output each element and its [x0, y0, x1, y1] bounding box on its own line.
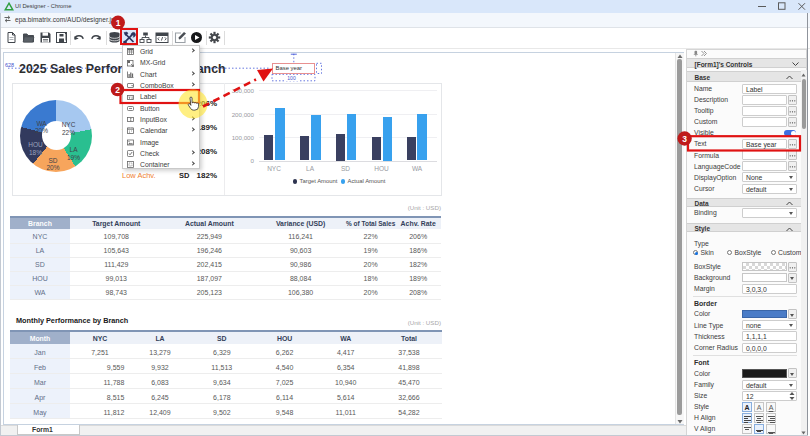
svg-text:3: 3	[682, 134, 687, 144]
svg-text:2: 2	[115, 85, 120, 95]
svg-text:1: 1	[116, 18, 121, 28]
